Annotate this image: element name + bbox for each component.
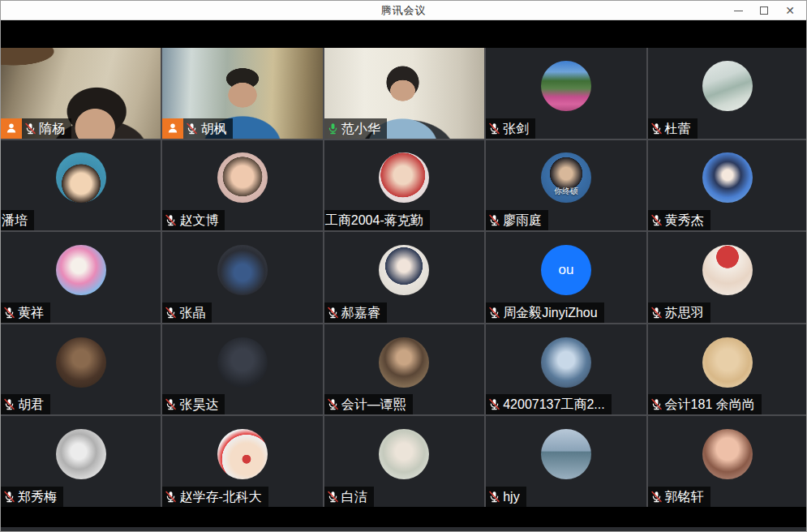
avatar	[379, 337, 429, 388]
avatar	[217, 337, 268, 388]
participant-tile-2[interactable]: 胡枫	[162, 48, 322, 139]
participant-tile-15[interactable]: 苏思羽	[648, 232, 807, 323]
mic-icon	[327, 491, 339, 503]
participant-tile-22[interactable]: 赵学存-北科大	[162, 416, 322, 507]
avatar	[541, 61, 591, 111]
participant-label-row: 范小华	[324, 118, 387, 139]
participant-tile-21[interactable]: 郑秀梅	[1, 416, 161, 507]
participant-grid: 隋杨 胡枫	[1, 48, 807, 507]
participant-name: 会计181 余尚尚	[665, 394, 755, 414]
participant-label-row: 赵文博	[162, 210, 225, 230]
name-label: 42007137工商2...	[486, 394, 611, 414]
meeting-stage: 隋杨 胡枫	[1, 20, 806, 531]
participant-name: 郑秀梅	[18, 487, 57, 507]
participant-tile-9[interactable]: 你终硕 廖雨庭	[486, 140, 646, 231]
mic-icon	[650, 214, 663, 226]
minimize-button[interactable]	[725, 1, 751, 20]
avatar: ou	[541, 245, 591, 295]
participant-name: 潘培	[2, 210, 28, 230]
avatar	[56, 245, 106, 295]
participant-tile-5[interactable]: 杜蕾	[648, 48, 807, 139]
name-label: 黄祥	[1, 302, 50, 323]
participant-name: hjy	[503, 487, 519, 507]
participant-tile-17[interactable]: 张昊达	[162, 324, 322, 415]
mic-icon	[650, 122, 663, 135]
participant-name: 杜蕾	[665, 118, 691, 139]
name-label: 周金毅JinyiZhou	[486, 302, 603, 323]
avatar	[379, 152, 429, 203]
participant-label-row: hjy	[486, 487, 526, 507]
person-icon	[5, 122, 18, 135]
participant-tile-7[interactable]: 赵文博	[162, 140, 322, 231]
participant-tile-10[interactable]: 黄秀杰	[648, 140, 807, 231]
name-label: 潘培	[1, 210, 34, 230]
participant-label-row: 会计—谭熙	[324, 394, 413, 414]
close-icon: ✕	[785, 5, 795, 16]
mic-icon	[3, 398, 15, 410]
participant-tile-4[interactable]: 张剑	[486, 48, 646, 139]
participant-tile-8[interactable]: 工商2004-蒋克勤	[324, 140, 484, 231]
participant-label-row: 会计181 余尚尚	[648, 394, 762, 414]
maximize-button[interactable]	[751, 1, 777, 20]
participant-name: 赵学存-北科大	[179, 487, 261, 507]
participant-name: 苏思羽	[665, 302, 704, 323]
participant-tile-12[interactable]: 张晶	[162, 232, 322, 323]
participant-name: 张剑	[503, 118, 529, 139]
participant-tile-24[interactable]: hjy	[486, 416, 646, 507]
avatar	[541, 337, 591, 388]
person-icon	[166, 122, 179, 135]
participant-label-row: 隋杨	[1, 118, 71, 139]
participant-label-row: 潘培	[1, 210, 34, 230]
participant-tile-14[interactable]: ou 周金毅JinyiZhou	[486, 232, 646, 323]
participant-label-row: 张晶	[162, 302, 212, 323]
participant-label-row: 胡君	[1, 394, 50, 414]
participant-label-row: 郑秀梅	[1, 487, 63, 507]
name-label: 郭铭轩	[648, 487, 710, 507]
participant-tile-13[interactable]: 郝嘉睿	[324, 232, 484, 323]
participant-tile-16[interactable]: 胡君	[1, 324, 161, 415]
participant-label-row: 苏思羽	[648, 302, 710, 323]
participant-tile-1[interactable]: 隋杨	[1, 48, 161, 139]
mic-icon	[488, 214, 500, 226]
collapsed-toolbar-strip[interactable]	[1, 527, 806, 531]
participant-tile-11[interactable]: 黄祥	[1, 232, 161, 323]
avatar	[702, 337, 753, 388]
name-label: 杜蕾	[648, 118, 698, 139]
host-badge	[1, 118, 22, 139]
participant-tile-20[interactable]: 会计181 余尚尚	[648, 324, 807, 415]
participant-tile-25[interactable]: 郭铭轩	[648, 416, 807, 507]
window-controls: ✕	[725, 1, 803, 20]
participant-name: 胡君	[18, 394, 44, 414]
name-label: 工商2004-蒋克勤	[324, 210, 430, 230]
mic-icon	[165, 307, 177, 319]
mic-icon	[165, 398, 177, 410]
participant-label-row: 白洁	[324, 487, 374, 507]
minimize-icon	[734, 11, 743, 11]
participant-tile-3[interactable]: 范小华	[324, 48, 484, 139]
participant-label-row: 黄祥	[1, 302, 50, 323]
participant-tile-23[interactable]: 白洁	[324, 416, 484, 507]
close-button[interactable]: ✕	[777, 1, 803, 20]
name-label: 廖雨庭	[486, 210, 548, 230]
mic-icon	[327, 122, 339, 135]
participant-tile-6[interactable]: 潘培	[1, 140, 161, 231]
participant-name: 42007137工商2...	[503, 394, 604, 414]
participant-label-row: 郭铭轩	[648, 487, 710, 507]
avatar: 你终硕	[541, 152, 591, 203]
avatar	[379, 245, 429, 295]
name-label: 赵学存-北科大	[162, 487, 268, 507]
participant-name: 廖雨庭	[503, 210, 542, 230]
name-label: 范小华	[324, 118, 387, 139]
participant-tile-18[interactable]: 会计—谭熙	[324, 324, 484, 415]
participant-label-row: 张昊达	[162, 394, 225, 414]
avatar	[217, 245, 268, 295]
participant-label-row: 赵学存-北科大	[162, 487, 268, 507]
participant-name: 郝嘉睿	[341, 302, 380, 323]
name-label: 郑秀梅	[1, 487, 63, 507]
participant-name: 赵文博	[179, 210, 218, 230]
name-label: 隋杨	[22, 118, 71, 139]
name-label: 黄秀杰	[648, 210, 710, 230]
participant-label-row: 胡枫	[162, 118, 233, 139]
name-label: 郝嘉睿	[324, 302, 387, 323]
participant-tile-19[interactable]: 42007137工商2...	[486, 324, 646, 415]
